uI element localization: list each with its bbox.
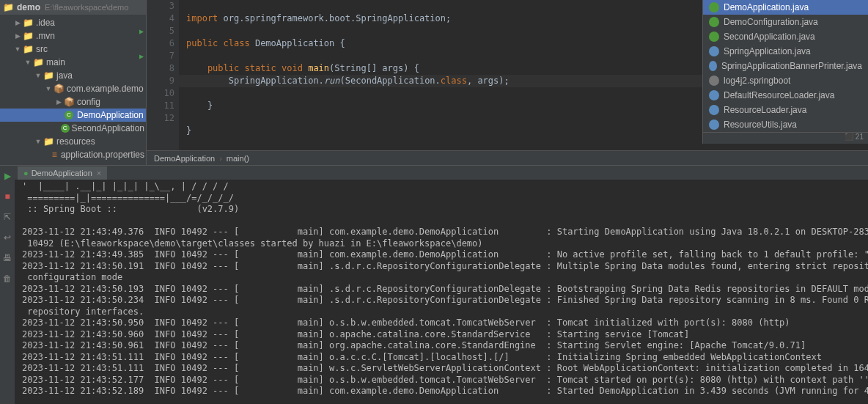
folder-icon: 📁 — [3, 2, 14, 12]
recent-file-item[interactable]: DefaultResourceLoader.java — [703, 88, 868, 103]
file-type-icon — [709, 76, 719, 86]
tree-label: .idea — [36, 18, 55, 28]
recent-file-item[interactable]: SpringApplication.java — [703, 44, 868, 59]
properties-icon: ≡ — [51, 149, 59, 161]
tree-label: com.example.demo — [67, 84, 144, 94]
recent-file-item[interactable]: SpringApplicationBannerPrinter.java — [703, 59, 868, 73]
tree-node-main[interactable]: ▼📁main — [0, 56, 146, 69]
recent-file-label: log4j2.springboot — [724, 76, 790, 86]
recent-file-label: ResourceLoader.java — [724, 105, 806, 115]
tree-label: java — [56, 70, 73, 81]
tree-label: .mvn — [36, 31, 55, 41]
tree-node-application-properties[interactable]: ≡application.properties — [0, 148, 146, 161]
tree-arrow-icon[interactable]: ▶ — [13, 32, 22, 40]
tree-node--mvn[interactable]: ▶📁.mvn — [0, 29, 146, 43]
folder-icon: 📁 — [43, 70, 54, 81]
scroll-to-top-icon[interactable]: ⇱ — [0, 210, 15, 224]
recent-count: ⬛ 21 — [703, 132, 868, 144]
package-icon: 📦 — [53, 83, 65, 95]
tree-label: application.properties — [61, 150, 144, 160]
file-type-icon — [709, 2, 719, 12]
run-toolbar: ▶ ■ ⇱ ↩ 🖶 🗑 — [0, 166, 15, 404]
project-header: 📁 demo E:\fleaworkspace\demo — [0, 0, 146, 15]
tree-arrow-icon[interactable]: ▼ — [13, 45, 22, 54]
tree-arrow-icon[interactable] — [54, 111, 63, 120]
folder-icon: 📁 — [22, 17, 34, 29]
console-tabbar: ● DemoApplication × ⚙ — [15, 166, 868, 180]
tree-arrow-icon[interactable]: ▼ — [34, 137, 43, 146]
folder-icon: 📁 — [43, 136, 54, 147]
tree-arrow-icon[interactable]: ▶ — [54, 98, 63, 106]
tree-label: src — [36, 44, 48, 54]
recent-file-item[interactable]: SecondApplication.java — [703, 29, 868, 44]
tree-node-config[interactable]: ▶📦config — [0, 95, 146, 109]
project-panel: 📁 demo E:\fleaworkspace\demo ▶📁.idea▶📁.m… — [0, 0, 147, 165]
file-type-icon — [709, 32, 719, 42]
file-type-icon — [709, 46, 719, 56]
tree-node-src[interactable]: ▼📁src — [0, 43, 146, 56]
folder-icon: 📁 — [22, 43, 34, 55]
tree-arrow-icon[interactable] — [44, 150, 51, 159]
tree-node-com-example-demo[interactable]: ▼📦com.example.demo — [0, 82, 146, 95]
recent-file-item[interactable]: log4j2.springboot — [703, 73, 868, 88]
recent-file-item[interactable]: DemoConfiguration.java — [703, 15, 868, 29]
recent-file-label: DefaultResourceLoader.java — [724, 90, 834, 100]
tree-arrow-icon[interactable]: ▼ — [34, 71, 43, 80]
tree-label: resources — [56, 136, 95, 147]
recent-files-popup: DemoApplication.javaDemoConfiguration.ja… — [702, 0, 868, 144]
recent-file-label: DemoApplication.java — [724, 2, 809, 12]
tree-arrow-icon[interactable]: ▼ — [23, 58, 32, 67]
kw-import: import — [186, 13, 224, 23]
file-type-icon — [709, 105, 719, 115]
tree-arrow-icon[interactable]: ▼ — [44, 84, 53, 93]
recent-file-label: SpringApplication.java — [724, 46, 811, 56]
console-output[interactable]: ' |____| .__|_| |_|_| |_\__, | / / / / =… — [15, 180, 868, 399]
tree-node-secondapplication[interactable]: CSecondApplication — [0, 122, 146, 135]
tree-node-java[interactable]: ▼📁java — [0, 69, 146, 82]
tree-label: config — [77, 97, 100, 107]
file-type-icon — [709, 61, 717, 71]
tree-arrow-icon[interactable]: ▶ — [13, 18, 22, 27]
close-icon[interactable]: × — [97, 169, 101, 177]
editor-panel: 3 4 ▶5 6 ▶7 8 9 10 11 12 import org.spri… — [147, 0, 868, 165]
recent-file-item[interactable]: ResourceUtils.java — [703, 117, 868, 132]
clear-icon[interactable]: 🗑 — [0, 271, 15, 286]
tree-node--idea[interactable]: ▶📁.idea — [0, 16, 146, 29]
file-type-icon — [709, 90, 719, 100]
recent-file-label: ResourceUtils.java — [724, 120, 797, 130]
rerun-button[interactable]: ▶ — [0, 169, 15, 183]
tree-label: main — [46, 57, 65, 67]
folder-icon: 📁 — [22, 30, 34, 42]
class-icon: C — [63, 109, 75, 121]
tree-label: DemoApplication — [77, 110, 144, 120]
tree-node-demoapplication[interactable]: CDemoApplication — [0, 109, 146, 122]
package-icon: 📦 — [63, 96, 75, 108]
run-status-icon: ● — [23, 169, 29, 177]
breadcrumb-class[interactable]: DemoApplication — [154, 154, 215, 163]
project-path: E:\fleaworkspace\demo — [45, 3, 128, 12]
recent-file-label: SecondApplication.java — [724, 32, 815, 42]
recent-file-label: DemoConfiguration.java — [724, 17, 818, 27]
recent-file-item[interactable]: DemoApplication.java — [703, 0, 868, 15]
project-name: demo — [17, 2, 40, 12]
file-type-icon — [709, 17, 719, 27]
print-icon[interactable]: 🖶 — [0, 251, 15, 265]
recent-file-label: SpringApplicationBannerPrinter.java — [721, 61, 862, 71]
breadcrumb-method[interactable]: main() — [227, 154, 249, 163]
breadcrumb: DemoApplication › main() — [147, 150, 868, 165]
console-panel: ▶ ■ ⇱ ↩ 🖶 🗑 ● DemoApplication × ⚙ ' |___… — [0, 165, 868, 404]
stop-button[interactable]: ■ — [0, 189, 15, 204]
run-gutter-icon[interactable]: ▶ — [139, 50, 144, 62]
folder-icon: 📁 — [32, 56, 44, 68]
recent-file-item[interactable]: ResourceLoader.java — [703, 103, 868, 117]
soft-wrap-icon[interactable]: ↩ — [0, 230, 15, 245]
chevron-right-icon: › — [219, 154, 222, 163]
run-gutter-icon[interactable]: ▶ — [139, 25, 144, 37]
project-tree: ▶📁.idea▶📁.mvn▼📁src▼📁main▼📁java▼📦com.exam… — [0, 15, 146, 163]
editor-gutter: 3 4 ▶5 6 ▶7 8 9 10 11 12 — [147, 0, 179, 150]
tree-node-resources[interactable]: ▼📁resources — [0, 135, 146, 148]
file-type-icon — [709, 120, 719, 130]
tree-arrow-icon[interactable] — [54, 124, 61, 133]
run-config-tab[interactable]: ● DemoApplication × — [18, 166, 107, 180]
tree-label: SecondApplication — [72, 123, 144, 133]
